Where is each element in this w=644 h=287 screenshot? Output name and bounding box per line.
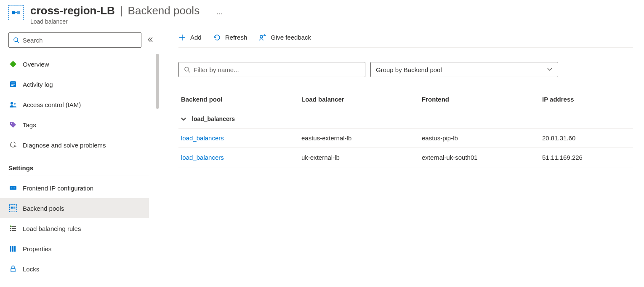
sidebar-item-locks[interactable]: Locks: [8, 259, 157, 279]
chevron-down-icon: [547, 66, 553, 73]
page-header: cross-region-LB | Backend pools ... Load…: [0, 0, 644, 28]
svg-line-26: [188, 71, 190, 72]
table-row[interactable]: load_balancers uk-external-lb external-u…: [178, 148, 633, 167]
svg-point-14: [13, 188, 13, 188]
search-input[interactable]: [23, 37, 137, 44]
lb-rules-icon: [9, 225, 17, 232]
sidebar-item-activity-log[interactable]: Activity log: [8, 74, 157, 94]
backend-pools-grid: Backend pool Load balancer Frontend IP a…: [178, 90, 633, 167]
backend-pools-icon: [9, 204, 17, 212]
sidebar-item-label: Access control (IAM): [23, 101, 81, 108]
frontend-ip-icon: [9, 184, 17, 192]
cell-load-balancer: uk-external-lb: [301, 154, 422, 161]
sidebar-item-frontend-ip[interactable]: Frontend IP configuration: [8, 178, 157, 198]
svg-point-13: [11, 188, 12, 188]
sidebar-item-iam[interactable]: Access control (IAM): [8, 94, 157, 115]
sidebar-item-label: Tags: [23, 121, 36, 129]
search-icon: [184, 66, 190, 73]
col-load-balancer[interactable]: Load balancer: [301, 96, 422, 103]
refresh-button[interactable]: Refresh: [213, 34, 247, 41]
sidebar-item-label: Diagnose and solve problems: [23, 142, 106, 149]
svg-rect-1: [17, 11, 20, 14]
log-icon: [9, 80, 17, 88]
sidebar-item-diagnose[interactable]: Diagnose and solve problems: [8, 135, 157, 155]
chevron-double-left-icon: [147, 37, 153, 43]
cell-load-balancer: eastus-external-lb: [301, 134, 422, 142]
filter-input-box[interactable]: [178, 62, 365, 77]
settings-header: Settings: [8, 164, 149, 175]
chevron-down-icon: [180, 115, 187, 122]
sidebar-item-label: Load balancing rules: [23, 225, 81, 232]
resource-type-label: Load balancer: [30, 18, 223, 25]
search-icon: [13, 37, 19, 43]
sidebar-item-label: Activity log: [23, 81, 53, 88]
svg-point-9: [11, 102, 13, 105]
locks-icon: [9, 265, 17, 273]
sidebar-item-label: Frontend IP configuration: [23, 185, 93, 192]
group-by-value: Group by Backend pool: [376, 66, 442, 73]
cell-ip: 20.81.31.60: [542, 134, 633, 142]
svg-point-11: [11, 123, 12, 123]
sidebar-nav: Overview Activity log Access control (IA…: [8, 54, 157, 281]
overview-icon: [9, 60, 17, 68]
feedback-icon: [259, 34, 266, 41]
svg-rect-21: [11, 268, 15, 272]
page-title: Backend pools: [128, 4, 200, 17]
col-frontend[interactable]: Frontend: [422, 96, 542, 103]
sidebar-item-label: Locks: [23, 266, 39, 273]
sidebar-item-properties[interactable]: Properties: [8, 239, 157, 259]
svg-rect-4: [10, 61, 17, 68]
col-backend-pool[interactable]: Backend pool: [181, 96, 301, 103]
svg-rect-17: [13, 207, 15, 208]
filter-input[interactable]: [194, 66, 360, 73]
svg-rect-6: [11, 83, 15, 83]
col-ip-address[interactable]: IP address: [542, 96, 633, 103]
resource-name: cross-region-LB: [30, 4, 115, 17]
svg-point-2: [14, 38, 18, 41]
sidebar-item-lb-rules[interactable]: Load balancing rules: [8, 218, 157, 239]
feedback-label: Give feedback: [271, 34, 311, 41]
svg-line-3: [17, 41, 19, 43]
svg-rect-16: [11, 207, 13, 208]
refresh-icon: [213, 34, 221, 41]
more-actions-button[interactable]: ...: [216, 8, 223, 16]
svg-rect-20: [14, 246, 16, 252]
sidebar-item-label: Overview: [23, 61, 49, 68]
sidebar: Overview Activity log Access control (IA…: [0, 32, 157, 285]
svg-point-24: [260, 35, 263, 38]
pool-link[interactable]: load_balancers: [181, 154, 301, 161]
plus-icon: [178, 34, 186, 41]
add-label: Add: [190, 34, 202, 41]
sidebar-item-backend-pools[interactable]: Backend pools: [0, 198, 149, 218]
properties-icon: [9, 245, 17, 252]
sidebar-item-label: Backend pools: [23, 205, 64, 212]
sidebar-search[interactable]: [8, 32, 141, 48]
table-row[interactable]: load_balancers eastus-external-lb eastus…: [178, 129, 633, 148]
svg-rect-7: [11, 84, 15, 85]
iam-icon: [9, 101, 17, 108]
svg-rect-8: [11, 85, 13, 86]
svg-rect-0: [12, 11, 15, 14]
sidebar-item-overview[interactable]: Overview: [8, 54, 157, 74]
sidebar-item-tags[interactable]: Tags: [8, 115, 157, 135]
svg-point-10: [14, 103, 16, 105]
svg-point-15: [14, 188, 15, 188]
toolbar: Add Refresh Give feedback: [178, 32, 633, 48]
sidebar-item-label: Properties: [23, 245, 51, 252]
grid-group-row[interactable]: load_balancers: [178, 109, 633, 129]
group-by-select[interactable]: Group by Backend pool: [370, 62, 558, 77]
feedback-button[interactable]: Give feedback: [259, 34, 311, 41]
sidebar-scrollbar[interactable]: [156, 54, 159, 109]
tags-icon: [9, 121, 17, 129]
cell-frontend: external-uk-south01: [422, 154, 542, 161]
group-name: load_balancers: [192, 115, 235, 122]
diagnose-icon: [9, 141, 17, 149]
pool-link[interactable]: load_balancers: [181, 134, 301, 142]
svg-point-25: [185, 67, 189, 71]
collapse-sidebar-button[interactable]: [147, 37, 153, 44]
resource-icon: [8, 5, 24, 20]
grid-header-row: Backend pool Load balancer Frontend IP a…: [178, 90, 633, 109]
main-content: Add Refresh Give feedback Group by Backe…: [157, 32, 644, 285]
add-button[interactable]: Add: [178, 34, 202, 41]
svg-rect-19: [12, 246, 13, 252]
